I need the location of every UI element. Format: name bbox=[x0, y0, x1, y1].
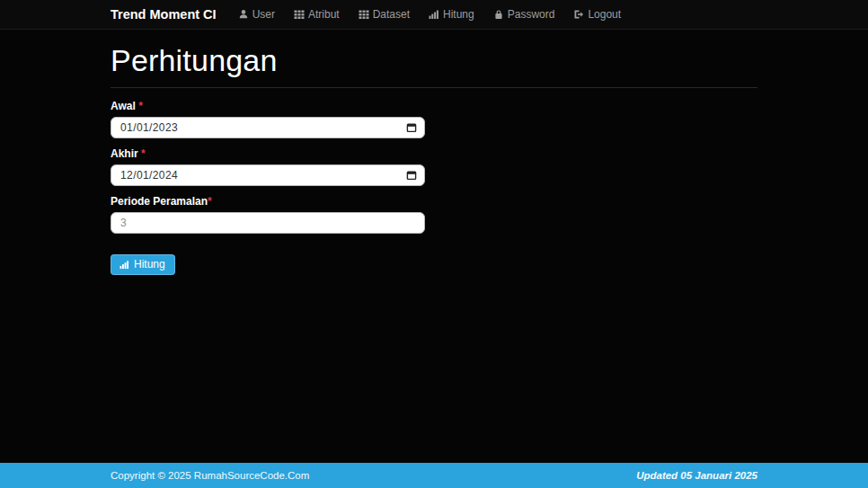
awal-field-group: Awal * 01/01/2023 bbox=[111, 100, 757, 138]
akhir-date-value: 12/01/2024 bbox=[120, 169, 406, 182]
hitung-button[interactable]: Hitung bbox=[111, 254, 175, 275]
periode-input[interactable] bbox=[111, 212, 425, 234]
lock-icon bbox=[493, 9, 504, 20]
nav-item-logout[interactable]: Logout bbox=[573, 8, 621, 21]
main-content: Perhitungan Awal * 01/01/2023 Akhir * bbox=[0, 30, 868, 463]
user-icon bbox=[238, 9, 249, 20]
required-asterisk: * bbox=[138, 100, 143, 112]
app-window: Trend Moment CI User bbox=[0, 0, 868, 488]
navbar-menu: User Atribut bbox=[238, 8, 621, 21]
calendar-icon[interactable] bbox=[406, 122, 417, 133]
akhir-field-group: Akhir * 12/01/2024 bbox=[111, 147, 757, 186]
nav-item-label: Hitung bbox=[443, 8, 474, 21]
periode-field-group: Periode Peramalan* bbox=[111, 195, 757, 234]
nav-item-user[interactable]: User bbox=[238, 8, 275, 21]
calendar-icon[interactable] bbox=[406, 170, 417, 181]
nav-item-label: Atribut bbox=[308, 8, 340, 21]
nav-item-atribut[interactable]: Atribut bbox=[294, 8, 340, 21]
title-divider bbox=[111, 87, 757, 88]
navbar-brand[interactable]: Trend Moment CI bbox=[111, 7, 217, 22]
akhir-label: Akhir * bbox=[111, 147, 757, 160]
nav-item-dataset[interactable]: Dataset bbox=[359, 8, 410, 21]
bar-chart-icon bbox=[429, 9, 439, 20]
footer-copyright: Copyright © 2025 RumahSourceCode.Com bbox=[111, 470, 309, 481]
awal-date-input[interactable]: 01/01/2023 bbox=[111, 117, 425, 138]
bar-chart-icon bbox=[120, 260, 129, 270]
footer: Copyright © 2025 RumahSourceCode.Com Upd… bbox=[0, 463, 868, 488]
nav-item-label: User bbox=[252, 8, 275, 21]
footer-updated: Updated 05 Januari 2025 bbox=[636, 470, 757, 481]
nav-item-hitung[interactable]: Hitung bbox=[429, 8, 474, 21]
periode-label: Periode Peramalan* bbox=[111, 195, 757, 208]
akhir-date-input[interactable]: 12/01/2024 bbox=[111, 164, 425, 186]
nav-item-label: Password bbox=[508, 8, 555, 21]
logout-icon bbox=[573, 9, 584, 20]
hitung-button-label: Hitung bbox=[134, 258, 165, 271]
awal-label: Awal * bbox=[111, 100, 757, 112]
required-asterisk: * bbox=[208, 195, 212, 208]
grid-icon bbox=[359, 9, 369, 20]
required-asterisk: * bbox=[141, 147, 146, 160]
nav-item-password[interactable]: Password bbox=[493, 8, 555, 21]
navbar: Trend Moment CI User bbox=[0, 0, 868, 30]
awal-date-value: 01/01/2023 bbox=[120, 121, 406, 134]
page-title: Perhitungan bbox=[111, 43, 757, 78]
nav-item-label: Logout bbox=[588, 8, 621, 21]
grid-icon bbox=[294, 9, 305, 20]
nav-item-label: Dataset bbox=[373, 8, 410, 21]
